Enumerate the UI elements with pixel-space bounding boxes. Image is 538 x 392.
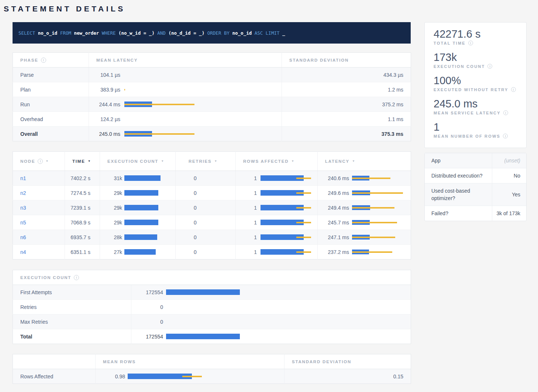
execution-count-table-header: EXECUTION COUNTi (13, 270, 411, 285)
mean-latency-cell-content: 244.4 ms (89, 97, 282, 111)
latency-bar-chart (124, 116, 125, 122)
latency-bar-chart (124, 72, 125, 78)
execution-count-value: 28k (100, 234, 122, 240)
latency-bar-chart (261, 220, 311, 225)
retries-header-label: RETRIES (189, 159, 211, 164)
rows-affected-sort-icon[interactable]: ▼ (291, 159, 294, 163)
execution-count-value-cell: 0 (131, 300, 411, 314)
latency-cell: 249.6 ms (318, 186, 411, 200)
stat-info-icon[interactable]: i (503, 110, 508, 115)
latency-cell-content: 249.6 ms (318, 186, 411, 200)
sql-identifier: (no_d_id = _) (166, 30, 204, 36)
retries-column-header[interactable]: RETRIES▼ (176, 152, 236, 171)
rows-affected-cell: 1 (236, 171, 318, 186)
stat-label: EXECUTED WITHOUT RETRYi (434, 87, 520, 92)
page-title: STATEMENT DETAILS (0, 0, 538, 13)
execution-count-info-icon[interactable]: i (74, 275, 79, 280)
latency-cell-content: 247.1 ms (318, 230, 411, 244)
sql-keyword: ORDER BY (204, 30, 230, 36)
execution-count-row: Retries0 (13, 300, 411, 314)
stat-info-icon[interactable]: i (487, 64, 492, 69)
time-column-header[interactable]: TIME▼ (65, 152, 100, 171)
sql-keyword: SELECT (18, 30, 35, 36)
phase-name-cell: Parse (13, 68, 89, 82)
sql-identifier: new_order (71, 30, 99, 36)
stat-label: TOTAL TIMEi (434, 41, 520, 45)
rows-affected-cell: 1 (236, 215, 318, 230)
mean-latency-cell: 244.4 ms (89, 97, 282, 112)
rows-affected-value: 1 (236, 175, 257, 181)
latency-bar-chart (352, 176, 390, 180)
rows-affected-column-header[interactable]: ROWS AFFECTED▼ (236, 152, 318, 171)
phase-info-icon[interactable]: i (41, 58, 46, 63)
node-link[interactable]: n1 (20, 175, 26, 181)
stddev-value-cell: 375.3 ms (282, 127, 411, 141)
node-link[interactable]: n2 (20, 190, 26, 196)
mean-latency-value: 383.9 µs (89, 87, 120, 93)
node-link[interactable]: n5 (20, 220, 26, 226)
retries-sort-icon[interactable]: ▼ (214, 159, 217, 163)
stat-info-icon[interactable]: i (468, 41, 473, 45)
latency-bar-chart (261, 249, 311, 255)
node-row: n27274.5 s29k01249.6 ms (13, 186, 411, 200)
phase-row: Parse104.1 µs434.3 µs (13, 68, 411, 82)
rows-affected-label-cell: Rows Affected (13, 369, 96, 384)
node-id-cell: n2 (13, 186, 65, 200)
rows-stddev-column-header: STANDARD DEVIATION (284, 354, 411, 369)
node-link[interactable]: n4 (20, 249, 26, 255)
execution-count-cell-content: 31k (100, 171, 175, 185)
rows-affected-value: 1 (236, 220, 257, 226)
node-column-header[interactable]: NODEi▼ (13, 152, 65, 171)
stat-info-icon[interactable]: i (503, 134, 508, 138)
rows-affected-cell: 1 (236, 186, 318, 200)
execution-count-value-content: 172554 (131, 329, 411, 344)
latency-bar-chart (261, 175, 311, 181)
latency-bar-chart (128, 374, 202, 379)
node-info-icon[interactable]: i (38, 159, 43, 164)
sql-keyword: AND (155, 30, 166, 36)
node-link[interactable]: n3 (20, 205, 26, 211)
execution-count-value-cell: 0 (131, 314, 411, 329)
node-link[interactable]: n6 (20, 234, 26, 240)
execution-count-sort-icon[interactable]: ▼ (161, 159, 164, 163)
bar-stddev-segment (296, 237, 311, 238)
mean-latency-value: 124.2 µs (89, 116, 120, 122)
sql-keyword: FROM (57, 30, 71, 36)
phase-row: Overhead124.2 µs1.1 ms (13, 112, 411, 127)
retries-cell: 0 (176, 171, 236, 186)
retries-cell: 0 (176, 200, 236, 215)
latency-column-header[interactable]: LATENCY▼ (318, 152, 411, 171)
stddev-value-cell: 434.3 µs (282, 68, 411, 82)
statement-sql-box: SELECT no_o_id FROM new_order WHERE (no_… (13, 22, 411, 44)
stat-info-icon[interactable]: i (511, 87, 516, 92)
stat-label: MEAN NUMBER OF ROWSi (434, 134, 520, 138)
layout: SELECT no_o_id FROM new_order WHERE (no_… (13, 22, 527, 384)
time-sort-icon[interactable]: ▼ (88, 159, 91, 163)
rows-affected-cell: 1 (236, 200, 318, 215)
stat-label: MEAN SERVICE LATENCYi (434, 110, 520, 115)
latency-cell-content: 245.7 ms (318, 215, 411, 230)
stat-value: 173k (434, 51, 520, 63)
node-row: n66935.7 s28k01247.1 ms (13, 230, 411, 245)
phase-name-cell: Overall (13, 127, 89, 141)
mean-latency-cell-content: 124.2 µs (89, 112, 282, 126)
execution-count-cell-content: 29k (100, 186, 175, 200)
node-sort-icon[interactable]: ▼ (45, 159, 48, 163)
sql-keyword: WHERE (99, 30, 115, 36)
mean-latency-cell: 124.2 µs (89, 112, 282, 127)
latency-bar-chart (124, 220, 158, 225)
phase-row: Plan383.9 µs1.2 ms (13, 82, 411, 97)
execution-count-cell: 28k (100, 230, 176, 245)
stddev-value-cell: 1.1 ms (282, 112, 411, 127)
sql-identifier: (no_w_id = _) (115, 30, 154, 36)
rows-affected-cell-content: 1 (236, 171, 317, 185)
latency-sort-icon[interactable]: ▼ (352, 159, 355, 163)
mean-latency-cell-content: 104.1 µs (89, 68, 282, 82)
latency-bar-chart (124, 190, 158, 196)
bar-mean-segment (166, 289, 240, 295)
rows-affected-cell-content: 1 (236, 230, 317, 244)
mean-latency-cell: 104.1 µs (89, 68, 282, 82)
sql-keyword: ASC LIMIT (252, 30, 279, 36)
time-cell: 7402.2 s (65, 171, 100, 186)
execution-count-column-header[interactable]: EXECUTION COUNT▼ (100, 152, 176, 171)
